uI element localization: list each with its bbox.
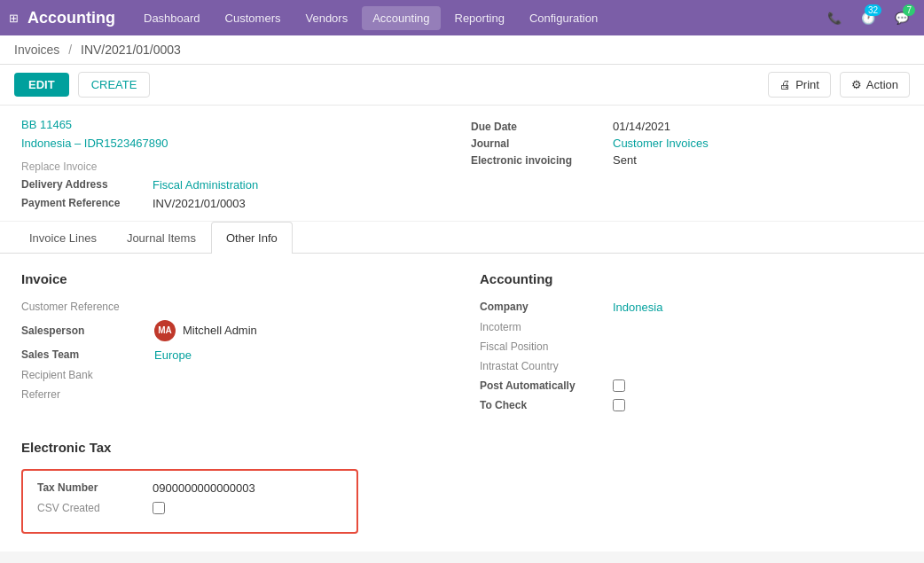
breadcrumb-separator: /: [68, 43, 72, 57]
company-label: Company: [480, 301, 613, 313]
delivery-address-value[interactable]: Fiscal Administration: [153, 178, 258, 192]
electronic-tax-box: Tax Number 0900000000000003 CSV Created: [21, 469, 358, 534]
replace-invoice-label: Replace Invoice: [21, 160, 453, 173]
payment-reference-label: Payment Reference: [21, 197, 145, 209]
post-automatically-row: Post Automatically: [480, 379, 903, 392]
clock-button[interactable]: 🕐 32: [855, 4, 881, 31]
address-block: BB 11465 Indonesia – IDR1523467890: [21, 116, 453, 153]
nav-items: Dashboard Customers Vendors Accounting R…: [133, 6, 821, 30]
post-automatically-label: Post Automatically: [480, 379, 613, 392]
nav-right-icons: 📞 🕐 32 💬 7: [821, 4, 915, 31]
printer-icon: 🖨: [779, 78, 791, 91]
invoice-section: Invoice Customer Reference Salesperson M…: [21, 271, 444, 418]
csv-created-value: [153, 502, 165, 514]
phone-button[interactable]: 📞: [821, 4, 848, 31]
due-date-label: Due Date: [471, 121, 613, 133]
electronic-invoicing-label: Electronic invoicing: [471, 154, 613, 167]
electronic-invoicing-value: Sent: [613, 153, 637, 167]
incoterm-label: Incoterm: [480, 321, 613, 333]
tab-bar: Invoice Lines Journal Items Other Info: [0, 222, 924, 254]
payment-reference-value: INV/2021/01/0003: [153, 197, 246, 210]
csv-created-label: CSV Created: [37, 502, 153, 514]
journal-value[interactable]: Customer Invoices: [613, 137, 709, 150]
company-row: Company Indonesia: [480, 301, 903, 314]
referrer-row: Referrer: [21, 388, 444, 401]
salesperson-name: Mitchell Admin: [183, 324, 257, 337]
invoice-info-block: BB 11465 Indonesia – IDR1523467890 Repla…: [0, 106, 924, 222]
nav-item-accounting[interactable]: Accounting: [362, 6, 440, 30]
invoice-section-title: Invoice: [21, 271, 444, 286]
other-info-layout: Invoice Customer Reference Salesperson M…: [21, 271, 903, 418]
fiscal-position-row: Fiscal Position: [480, 340, 903, 353]
create-button[interactable]: CREATE: [78, 72, 151, 98]
to-check-label: To Check: [480, 399, 613, 411]
sales-team-value[interactable]: Europe: [154, 348, 192, 362]
due-date-row: Due Date 01/14/2021: [471, 120, 903, 133]
salesperson-avatar: MA: [154, 320, 176, 341]
toolbar: EDIT CREATE 🖨 Print ⚙ Action: [0, 65, 924, 106]
tab-other-info[interactable]: Other Info: [211, 222, 293, 254]
accounting-section-title: Accounting: [480, 271, 903, 286]
print-button[interactable]: 🖨 Print: [768, 72, 831, 98]
sales-team-label: Sales Team: [21, 348, 154, 361]
main-content: BB 11465 Indonesia – IDR1523467890 Repla…: [0, 106, 924, 551]
clock-badge: 32: [865, 4, 881, 16]
breadcrumb-current: INV/2021/01/0003: [81, 43, 181, 57]
action-button[interactable]: ⚙ Action: [840, 72, 910, 98]
post-automatically-value: [613, 379, 625, 392]
sales-team-row: Sales Team Europe: [21, 348, 444, 362]
referrer-label: Referrer: [21, 388, 154, 401]
info-left: BB 11465 Indonesia – IDR1523467890 Repla…: [21, 116, 453, 210]
customer-ref-label: Customer Reference: [21, 301, 154, 313]
address-line2: Indonesia – IDR1523467890: [21, 135, 453, 153]
fiscal-position-label: Fiscal Position: [480, 340, 613, 353]
intrastat-country-label: Intrastat Country: [480, 360, 613, 372]
salesperson-row: Salesperson MA Mitchell Admin: [21, 320, 444, 341]
nav-item-vendors[interactable]: Vendors: [294, 6, 358, 30]
edit-button[interactable]: EDIT: [14, 73, 69, 97]
chat-badge: 7: [903, 4, 915, 16]
electronic-tax-title: Electronic Tax: [21, 440, 903, 455]
incoterm-row: Incoterm: [480, 321, 903, 333]
tab-journal-items[interactable]: Journal Items: [112, 222, 211, 254]
electronic-tax-section: Electronic Tax Tax Number 09000000000000…: [21, 440, 903, 534]
delivery-address-label: Delivery Address: [21, 178, 145, 191]
salesperson-value: MA Mitchell Admin: [154, 320, 257, 341]
customer-ref-row: Customer Reference: [21, 301, 444, 313]
tax-number-value: 0900000000000003: [153, 481, 255, 495]
nav-item-configuration[interactable]: Configuration: [519, 6, 608, 30]
address-line1: BB 11465: [21, 116, 453, 135]
to-check-value: [613, 399, 625, 411]
post-automatically-checkbox[interactable]: [613, 379, 625, 392]
tax-number-row: Tax Number 0900000000000003: [37, 481, 342, 495]
to-check-row: To Check: [480, 399, 903, 411]
tab-invoice-lines[interactable]: Invoice Lines: [14, 222, 112, 254]
action-label: Action: [866, 78, 898, 91]
top-navigation: ⊞ Accounting Dashboard Customers Vendors…: [0, 0, 924, 35]
tax-number-label: Tax Number: [37, 481, 153, 494]
journal-row: Journal Customer Invoices: [471, 137, 903, 150]
app-title: Accounting: [27, 9, 115, 27]
to-check-checkbox[interactable]: [613, 399, 625, 411]
salesperson-label: Salesperson: [21, 325, 154, 337]
csv-created-checkbox[interactable]: [153, 502, 165, 514]
payment-reference-row: Payment Reference INV/2021/01/0003: [21, 197, 453, 210]
accounting-section: Accounting Company Indonesia Incoterm Fi…: [480, 271, 903, 418]
breadcrumb-parent[interactable]: Invoices: [14, 43, 59, 57]
recipient-bank-row: Recipient Bank: [21, 369, 444, 381]
due-date-value: 01/14/2021: [613, 120, 670, 133]
chat-button[interactable]: 💬 7: [889, 4, 915, 31]
info-right: Due Date 01/14/2021 Journal Customer Inv…: [471, 116, 903, 210]
intrastat-country-row: Intrastat Country: [480, 360, 903, 372]
company-value[interactable]: Indonesia: [613, 301, 662, 314]
app-grid-icon[interactable]: ⊞: [9, 12, 19, 25]
print-label: Print: [795, 78, 819, 91]
nav-item-customers[interactable]: Customers: [215, 6, 292, 30]
gear-icon: ⚙: [851, 78, 862, 91]
nav-item-reporting[interactable]: Reporting: [444, 6, 515, 30]
recipient-bank-label: Recipient Bank: [21, 369, 154, 381]
nav-item-dashboard[interactable]: Dashboard: [133, 6, 211, 30]
delivery-address-row: Delivery Address Fiscal Administration: [21, 178, 453, 192]
journal-label: Journal: [471, 137, 613, 150]
breadcrumb: Invoices / INV/2021/01/0003: [0, 35, 924, 65]
